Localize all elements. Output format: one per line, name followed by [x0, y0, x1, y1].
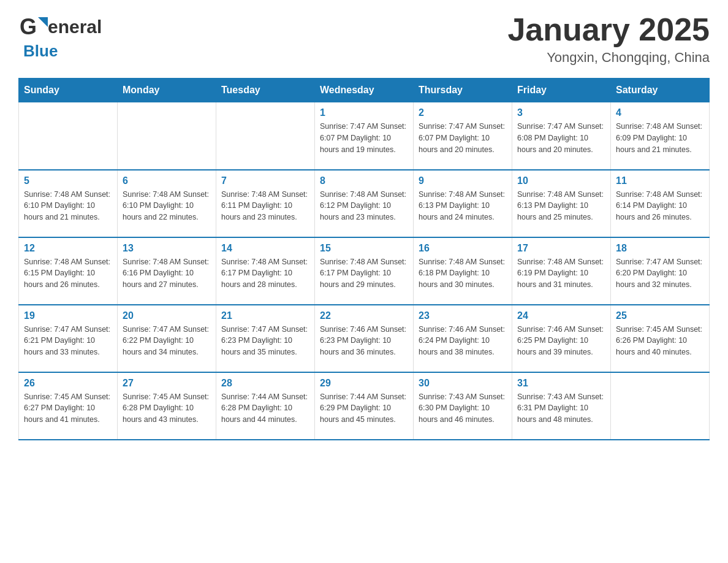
header-row: SundayMondayTuesdayWednesdayThursdayFrid… [19, 79, 710, 102]
header-cell-sunday: Sunday [19, 79, 118, 102]
calendar-cell: 23Sunrise: 7:46 AM Sunset: 6:24 PM Dayli… [414, 305, 512, 372]
calendar-cell: 28Sunrise: 7:44 AM Sunset: 6:28 PM Dayli… [216, 372, 315, 440]
calendar-cell: 19Sunrise: 7:47 AM Sunset: 6:21 PM Dayli… [19, 305, 118, 372]
svg-marker-1 [38, 17, 48, 27]
logo-text-general: eneral [48, 17, 102, 37]
week-row-5: 26Sunrise: 7:45 AM Sunset: 6:27 PM Dayli… [19, 372, 710, 440]
day-info: Sunrise: 7:47 AM Sunset: 6:20 PM Dayligh… [616, 256, 704, 291]
header-cell-tuesday: Tuesday [216, 79, 315, 102]
location-title: Yongxin, Chongqing, China [507, 50, 710, 66]
calendar-cell [216, 102, 315, 170]
day-info: Sunrise: 7:44 AM Sunset: 6:28 PM Dayligh… [221, 391, 309, 426]
calendar-cell: 26Sunrise: 7:45 AM Sunset: 6:27 PM Dayli… [19, 372, 118, 440]
day-info: Sunrise: 7:48 AM Sunset: 6:17 PM Dayligh… [221, 256, 309, 291]
day-number: 5 [24, 175, 112, 186]
day-info: Sunrise: 7:48 AM Sunset: 6:17 PM Dayligh… [320, 256, 408, 291]
calendar-cell [19, 102, 118, 170]
day-number: 17 [517, 243, 605, 254]
calendar-cell: 24Sunrise: 7:46 AM Sunset: 6:25 PM Dayli… [512, 305, 611, 372]
day-info: Sunrise: 7:48 AM Sunset: 6:16 PM Dayligh… [123, 256, 211, 291]
header-cell-thursday: Thursday [414, 79, 512, 102]
calendar-cell: 10Sunrise: 7:48 AM Sunset: 6:13 PM Dayli… [512, 170, 611, 237]
header-cell-friday: Friday [512, 79, 611, 102]
day-info: Sunrise: 7:47 AM Sunset: 6:23 PM Dayligh… [221, 324, 309, 358]
logo-text-blue: Blue [23, 42, 58, 60]
calendar-cell: 9Sunrise: 7:48 AM Sunset: 6:13 PM Daylig… [414, 170, 512, 237]
svg-text:G: G [20, 14, 37, 39]
calendar-cell: 11Sunrise: 7:48 AM Sunset: 6:14 PM Dayli… [611, 170, 710, 237]
day-number: 12 [24, 243, 112, 254]
day-info: Sunrise: 7:47 AM Sunset: 6:22 PM Dayligh… [123, 324, 211, 358]
header-cell-wednesday: Wednesday [315, 79, 414, 102]
day-info: Sunrise: 7:46 AM Sunset: 6:25 PM Dayligh… [517, 324, 605, 358]
day-info: Sunrise: 7:48 AM Sunset: 6:15 PM Dayligh… [24, 256, 112, 291]
week-row-2: 5Sunrise: 7:48 AM Sunset: 6:10 PM Daylig… [19, 170, 710, 237]
day-number: 11 [616, 175, 704, 186]
day-info: Sunrise: 7:47 AM Sunset: 6:07 PM Dayligh… [419, 121, 507, 155]
day-info: Sunrise: 7:48 AM Sunset: 6:13 PM Dayligh… [517, 189, 605, 223]
title-section: January 2025 Yongxin, Chongqing, China [507, 12, 710, 66]
calendar-cell: 27Sunrise: 7:45 AM Sunset: 6:28 PM Dayli… [118, 372, 216, 440]
calendar-cell: 7Sunrise: 7:48 AM Sunset: 6:11 PM Daylig… [216, 170, 315, 237]
day-number: 24 [517, 310, 605, 321]
calendar-cell: 6Sunrise: 7:48 AM Sunset: 6:10 PM Daylig… [118, 170, 216, 237]
day-info: Sunrise: 7:45 AM Sunset: 6:26 PM Dayligh… [616, 324, 704, 358]
calendar-cell: 30Sunrise: 7:43 AM Sunset: 6:30 PM Dayli… [414, 372, 512, 440]
day-number: 16 [419, 243, 507, 254]
day-info: Sunrise: 7:48 AM Sunset: 6:12 PM Dayligh… [320, 189, 408, 223]
day-number: 25 [616, 310, 704, 321]
day-info: Sunrise: 7:48 AM Sunset: 6:19 PM Dayligh… [517, 256, 605, 291]
calendar-cell [118, 102, 216, 170]
calendar-cell: 13Sunrise: 7:48 AM Sunset: 6:16 PM Dayli… [118, 237, 216, 305]
day-number: 15 [320, 243, 408, 254]
calendar-cell: 14Sunrise: 7:48 AM Sunset: 6:17 PM Dayli… [216, 237, 315, 305]
day-number: 10 [517, 175, 605, 186]
day-info: Sunrise: 7:43 AM Sunset: 6:31 PM Dayligh… [517, 391, 605, 426]
header-cell-monday: Monday [118, 79, 216, 102]
day-number: 13 [123, 243, 211, 254]
day-number: 1 [320, 107, 408, 118]
day-number: 9 [419, 175, 507, 186]
day-info: Sunrise: 7:48 AM Sunset: 6:18 PM Dayligh… [419, 256, 507, 291]
day-number: 26 [24, 378, 112, 389]
calendar-cell: 4Sunrise: 7:48 AM Sunset: 6:09 PM Daylig… [611, 102, 710, 170]
day-info: Sunrise: 7:46 AM Sunset: 6:23 PM Dayligh… [320, 324, 408, 358]
calendar-cell: 21Sunrise: 7:47 AM Sunset: 6:23 PM Dayli… [216, 305, 315, 372]
day-number: 29 [320, 378, 408, 389]
week-row-4: 19Sunrise: 7:47 AM Sunset: 6:21 PM Dayli… [19, 305, 710, 372]
day-info: Sunrise: 7:48 AM Sunset: 6:14 PM Dayligh… [616, 189, 704, 223]
day-info: Sunrise: 7:48 AM Sunset: 6:09 PM Dayligh… [616, 121, 704, 155]
day-number: 14 [221, 243, 309, 254]
calendar-cell: 29Sunrise: 7:44 AM Sunset: 6:29 PM Dayli… [315, 372, 414, 440]
calendar-cell: 20Sunrise: 7:47 AM Sunset: 6:22 PM Dayli… [118, 305, 216, 372]
calendar-cell: 1Sunrise: 7:47 AM Sunset: 6:07 PM Daylig… [315, 102, 414, 170]
day-info: Sunrise: 7:47 AM Sunset: 6:08 PM Dayligh… [517, 121, 605, 155]
day-number: 19 [24, 310, 112, 321]
day-number: 21 [221, 310, 309, 321]
day-number: 20 [123, 310, 211, 321]
day-number: 2 [419, 107, 507, 118]
day-number: 27 [123, 378, 211, 389]
day-number: 30 [419, 378, 507, 389]
calendar-cell: 8Sunrise: 7:48 AM Sunset: 6:12 PM Daylig… [315, 170, 414, 237]
day-info: Sunrise: 7:47 AM Sunset: 6:21 PM Dayligh… [24, 324, 112, 358]
day-info: Sunrise: 7:46 AM Sunset: 6:24 PM Dayligh… [419, 324, 507, 358]
day-info: Sunrise: 7:43 AM Sunset: 6:30 PM Dayligh… [419, 391, 507, 426]
calendar-cell: 12Sunrise: 7:48 AM Sunset: 6:15 PM Dayli… [19, 237, 118, 305]
day-info: Sunrise: 7:44 AM Sunset: 6:29 PM Dayligh… [320, 391, 408, 426]
day-number: 31 [517, 378, 605, 389]
day-info: Sunrise: 7:48 AM Sunset: 6:10 PM Dayligh… [123, 189, 211, 223]
calendar-cell: 3Sunrise: 7:47 AM Sunset: 6:08 PM Daylig… [512, 102, 611, 170]
calendar-cell: 5Sunrise: 7:48 AM Sunset: 6:10 PM Daylig… [19, 170, 118, 237]
day-number: 8 [320, 175, 408, 186]
day-number: 4 [616, 107, 704, 118]
calendar-cell: 31Sunrise: 7:43 AM Sunset: 6:31 PM Dayli… [512, 372, 611, 440]
calendar-cell: 18Sunrise: 7:47 AM Sunset: 6:20 PM Dayli… [611, 237, 710, 305]
logo-icon: G [18, 12, 48, 42]
day-number: 23 [419, 310, 507, 321]
day-info: Sunrise: 7:45 AM Sunset: 6:27 PM Dayligh… [24, 391, 112, 426]
week-row-3: 12Sunrise: 7:48 AM Sunset: 6:15 PM Dayli… [19, 237, 710, 305]
calendar-body: 1Sunrise: 7:47 AM Sunset: 6:07 PM Daylig… [19, 102, 710, 440]
calendar-table: SundayMondayTuesdayWednesdayThursdayFrid… [18, 78, 710, 440]
day-number: 18 [616, 243, 704, 254]
